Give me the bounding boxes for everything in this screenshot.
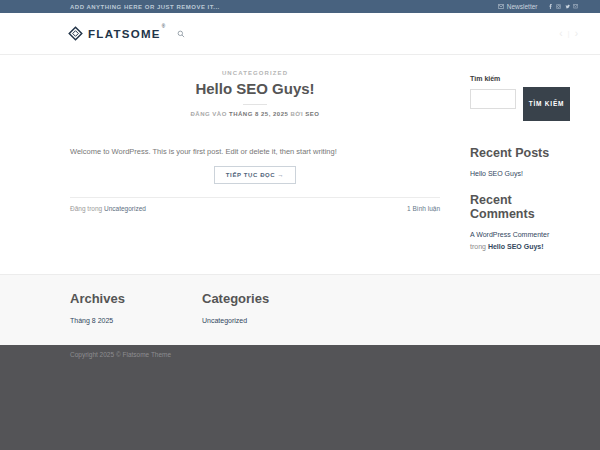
posted-in: Đăng trong Uncategorized <box>70 205 146 212</box>
posted-in-category-link[interactable]: Uncategorized <box>104 205 146 212</box>
comments-link[interactable]: 1 Bình luận <box>407 205 440 212</box>
footer-widgets: Archives Tháng 8 2025 Categories Uncateg… <box>0 274 600 345</box>
post-footer-meta: Đăng trong Uncategorized 1 Bình luận <box>70 197 440 212</box>
post-meta: ĐĂNG VÀO THÁNG 8 25, 2025 BỞI SEO <box>70 111 440 117</box>
comment-context: trong Hello SEO Guys! <box>470 243 570 250</box>
site-name: FLATSOME <box>88 28 161 40</box>
meta-prefix: ĐĂNG VÀO <box>190 111 226 117</box>
topbar: ADD ANYTHING HERE OR JUST REMOVE IT... N… <box>0 0 600 13</box>
search-widget-label: Tìm kiếm <box>470 75 570 82</box>
post-title[interactable]: Hello SEO Guys! <box>70 80 440 97</box>
topbar-note: ADD ANYTHING HERE OR JUST REMOVE IT... <box>70 4 220 10</box>
sidebar: Tìm kiếm TÌM KIẾM Recent Posts Hello SEO… <box>470 55 570 274</box>
comment-author-link[interactable]: A WordPress Commenter <box>470 230 570 241</box>
recent-posts-title: Recent Posts <box>470 146 570 160</box>
comment-connector: trong <box>470 243 486 250</box>
categories-widget: Categories Uncategorized <box>202 291 334 345</box>
arrow-divider: | <box>568 29 570 38</box>
read-more-button[interactable]: TIẾP TỤC ĐỌC → <box>214 166 296 184</box>
post-excerpt: Welcome to WordPress. This is your first… <box>70 147 440 157</box>
category-link[interactable]: Uncategorized <box>202 317 334 324</box>
archives-widget: Archives Tháng 8 2025 <box>70 291 202 345</box>
site-header: FLATSOME ® ‹ | › <box>0 13 600 55</box>
search-submit-button[interactable]: TÌM KIẾM <box>523 87 570 121</box>
next-arrow-icon[interactable]: › <box>575 28 578 39</box>
social-icons <box>548 4 579 9</box>
post-category-link[interactable]: UNCATEGORIZED <box>70 70 440 76</box>
recent-post-link[interactable]: Hello SEO Guys! <box>470 169 570 180</box>
facebook-icon[interactable] <box>548 4 553 9</box>
post-header: UNCATEGORIZED Hello SEO Guys! ĐĂNG VÀO T… <box>70 70 440 117</box>
instagram-icon[interactable] <box>556 4 561 9</box>
categories-title: Categories <box>202 291 334 306</box>
meta-date: THÁNG 8 25, 2025 <box>229 111 288 117</box>
newsletter-label: Newsletter <box>507 3 538 10</box>
comment-post-link[interactable]: Hello SEO Guys! <box>488 243 544 250</box>
page-content: UNCATEGORIZED Hello SEO Guys! ĐĂNG VÀO T… <box>0 55 600 274</box>
prev-arrow-icon[interactable]: ‹ <box>559 28 562 39</box>
meta-author-link[interactable]: SEO <box>305 111 319 117</box>
search-icon[interactable] <box>177 30 185 38</box>
registered-mark: ® <box>162 24 165 29</box>
recent-comments-title: Recent Comments <box>470 193 570 221</box>
archives-title: Archives <box>70 291 202 306</box>
topbar-right: Newsletter <box>498 3 578 10</box>
newsletter-link[interactable]: Newsletter <box>498 3 537 10</box>
twitter-icon[interactable] <box>565 4 570 9</box>
post-article: UNCATEGORIZED Hello SEO Guys! ĐĂNG VÀO T… <box>70 55 440 274</box>
header-nav-arrows: ‹ | › <box>559 28 578 39</box>
recent-comment-item: A WordPress Commenter trong Hello SEO Gu… <box>470 230 570 251</box>
archive-link[interactable]: Tháng 8 2025 <box>70 317 202 324</box>
email-icon[interactable] <box>573 4 578 9</box>
copyright-text: Copyright 2025 © Flatsome Theme <box>70 351 600 358</box>
gem-logo-icon <box>68 26 83 41</box>
search-widget: TÌM KIẾM <box>470 87 570 121</box>
title-divider <box>243 104 267 105</box>
envelope-icon <box>498 3 504 10</box>
posted-in-label: Đăng trong <box>70 205 102 212</box>
meta-by: BỞI <box>291 111 304 117</box>
site-logo[interactable]: FLATSOME ® <box>68 26 165 41</box>
absolute-footer: Copyright 2025 © Flatsome Theme <box>0 345 600 450</box>
search-input[interactable] <box>470 89 516 109</box>
